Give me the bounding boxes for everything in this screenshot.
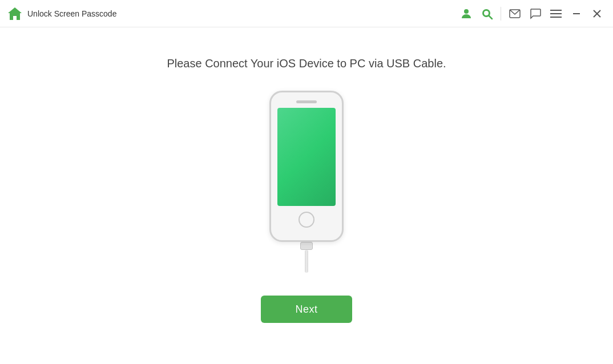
app-icon [7, 6, 23, 22]
mail-icon[interactable] [506, 5, 524, 23]
cable-wire [305, 250, 308, 273]
svg-marker-0 [8, 7, 22, 20]
menu-icon[interactable] [547, 5, 565, 23]
instruction-text: Please Connect Your iOS Device to PC via… [167, 57, 446, 70]
usb-cable [300, 242, 313, 273]
phone-body [269, 91, 344, 242]
separator [501, 7, 501, 21]
svg-text:♪: ♪ [485, 11, 487, 17]
title-bar-left: Unlock Screen Passcode [7, 6, 116, 22]
title-bar: Unlock Screen Passcode ♪ [0, 0, 613, 27]
close-button[interactable] [588, 5, 606, 23]
user-icon[interactable] [457, 5, 475, 23]
title-bar-right: ♪ [457, 5, 606, 23]
main-content: Please Connect Your iOS Device to PC via… [0, 27, 613, 364]
phone-illustration [269, 91, 344, 273]
app-title-label: Unlock Screen Passcode [27, 9, 116, 18]
phone-speaker [296, 100, 317, 103]
chat-icon[interactable] [526, 5, 545, 23]
svg-line-4 [489, 16, 492, 19]
svg-point-1 [464, 9, 469, 14]
feature-search-icon[interactable]: ♪ [478, 5, 496, 23]
next-button[interactable]: Next [261, 296, 352, 323]
cable-connector [300, 242, 313, 250]
minimize-button[interactable] [567, 5, 586, 23]
phone-home-button [299, 212, 314, 228]
phone-screen [277, 108, 336, 206]
